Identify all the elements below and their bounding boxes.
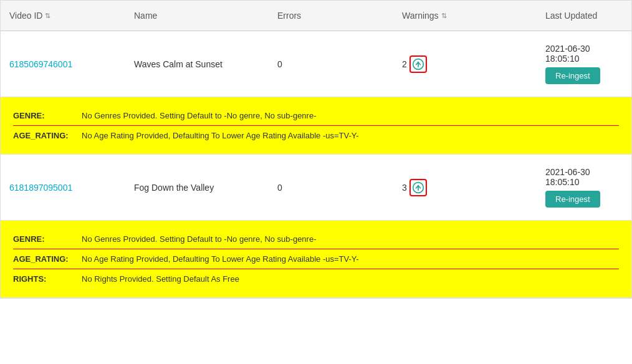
video-name-cell-2: Fog Down the Valley xyxy=(125,179,269,196)
video-id-link-2[interactable]: 6181897095001 xyxy=(9,183,72,193)
video-table: Video ID ⇅ Name Errors Warnings ⇅ Last U… xyxy=(0,0,632,299)
col-header-warnings: Warnings ⇅ xyxy=(393,7,537,24)
col-header-name: Name xyxy=(125,7,269,24)
row-main-1: 6185069746001 Waves Calm at Sunset 0 2 xyxy=(1,31,631,97)
warnings-expanded-1: GENRE: No Genres Provided. Setting Defau… xyxy=(1,97,631,154)
table-row: 6185069746001 Waves Calm at Sunset 0 2 xyxy=(1,31,631,155)
col-header-video-id: Video ID ⇅ xyxy=(1,7,125,24)
warning-expand-icon-2[interactable] xyxy=(409,179,427,196)
sort-icon-warnings: ⇅ xyxy=(441,12,447,19)
upload-svg-2 xyxy=(412,181,424,194)
warning-item-rights-2: RIGHTS: No Rights Provided. Setting Defa… xyxy=(13,269,619,289)
warning-item-age-1: AGE_RATING: No Age Rating Provided, Defa… xyxy=(13,126,619,145)
errors-cell-2: 0 xyxy=(269,179,393,196)
video-name-cell-1: Waves Calm at Sunset xyxy=(125,55,269,73)
reingest-button-1[interactable]: Re-ingest xyxy=(545,67,600,84)
last-updated-cell-2: 2021-06-30 18:05:10 Re-ingest xyxy=(537,163,631,211)
video-id-cell-1: 6185069746001 xyxy=(1,55,125,73)
errors-cell-1: 0 xyxy=(269,55,393,73)
reingest-button-2[interactable]: Re-ingest xyxy=(545,191,600,208)
last-updated-cell-1: 2021-06-30 18:05:10 Re-ingest xyxy=(537,40,631,88)
warning-item-genre-2: GENRE: No Genres Provided. Setting Defau… xyxy=(13,229,619,249)
sort-icon-video-id: ⇅ xyxy=(45,12,50,19)
table-row: 6181897095001 Fog Down the Valley 0 3 xyxy=(1,155,631,298)
col-header-last-updated: Last Updated xyxy=(537,7,631,24)
warning-item-genre-1: GENRE: No Genres Provided. Setting Defau… xyxy=(13,106,619,126)
warnings-expanded-2: GENRE: No Genres Provided. Setting Defau… xyxy=(1,220,631,297)
warnings-cell-1: 2 xyxy=(393,52,537,77)
upload-svg-1 xyxy=(412,58,424,70)
video-id-cell-2: 6181897095001 xyxy=(1,179,125,196)
video-id-link-1[interactable]: 6185069746001 xyxy=(9,59,72,69)
warnings-cell-2: 3 xyxy=(393,175,537,200)
row-main-2: 6181897095001 Fog Down the Valley 0 3 xyxy=(1,155,631,220)
warning-expand-icon-1[interactable] xyxy=(409,55,427,73)
warning-item-age-2: AGE_RATING: No Age Rating Provided, Defa… xyxy=(13,249,619,269)
table-header-row: Video ID ⇅ Name Errors Warnings ⇅ Last U… xyxy=(1,1,631,31)
col-header-errors: Errors xyxy=(269,7,393,24)
